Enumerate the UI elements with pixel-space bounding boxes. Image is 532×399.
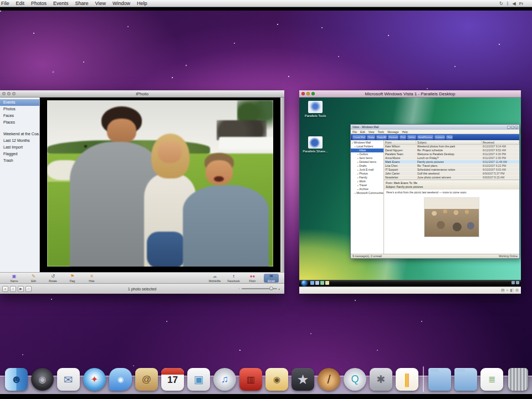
info-button[interactable]: i [10,286,16,292]
mail-folder-microsoft-communities[interactable]: Microsoft Communities [351,191,383,195]
column-header-received[interactable]: Received [482,140,519,144]
mail-toolbar-find[interactable]: Find [446,135,453,140]
mail-toolbar-print[interactable]: Print [400,135,406,140]
dock-finder[interactable]: ☻ [4,367,28,392]
menu-share[interactable]: Share [75,1,89,6]
device-status-icon-2[interactable]: ⌗ [507,288,509,293]
menu-window[interactable]: Window [112,1,130,6]
dock-imovie[interactable]: ★ [291,367,315,392]
mail-row[interactable]: Kate WilsonWeekend photos from the park6… [384,145,519,149]
dock-dashboard[interactable]: ◉ [30,367,54,392]
menu-help[interactable]: Help [137,1,147,6]
device-status-icon-3[interactable]: ◧ [510,288,514,293]
device-status-icon-4[interactable]: ⊞ [515,288,519,293]
quick-launch-icon-2[interactable] [315,281,319,285]
start-orb[interactable] [301,280,307,286]
mail-folder-windows-mail[interactable]: Windows Mail [351,141,383,145]
device-status-icon-1[interactable]: ▤ [501,288,505,293]
mail-folder-sent-items[interactable]: Sent Items [351,156,383,160]
flickr-button[interactable]: ●●Flickr [245,274,260,283]
menu-file[interactable]: File [1,1,9,6]
mail-folder-outbox[interactable]: Outbox [351,152,383,156]
mail-row[interactable]: Parallels TeamWelcome to Parallels Deskt… [384,152,519,156]
dock-trash[interactable] [506,367,530,392]
email-button[interactable]: ✉Email [264,274,279,283]
close-button[interactable] [301,92,305,95]
mail-folder-family[interactable]: Family [351,176,383,180]
dock-safari[interactable]: ✦ [83,367,106,392]
mail-row[interactable]: Anna MooreLunch on Friday?6/11/2007 2:05… [384,156,519,160]
quick-launch-icon-1[interactable] [310,281,314,285]
dock-iphoto[interactable]: ◉ [265,367,289,392]
mail-toolbar-reply[interactable]: Reply [367,135,375,140]
vista-icon-parallels-shared[interactable]: Parallels Share... [303,136,328,154]
zoom-button[interactable] [12,92,16,95]
close-button[interactable] [2,92,6,95]
dock-quicktime[interactable]: Q [343,367,367,392]
dock-itunes[interactable]: ♫ [213,367,237,392]
vista-icon-parallels-tools[interactable]: Parallels Tools [303,101,328,118]
dock-document[interactable]: ≣ [480,367,504,392]
sidebar-item-faces[interactable]: Faces [0,112,39,119]
sidebar-item-last-import[interactable]: Last Import [0,144,39,151]
mail-toolbar-contacts[interactable]: Contacts [434,135,446,140]
rotate-button[interactable]: ↺Rotate [45,274,60,283]
flag-button[interactable]: ⚑Flag [65,274,80,283]
minimize-button[interactable] [306,92,310,95]
mail-toolbar-send-receive[interactable]: Send/Receive [417,135,433,140]
mail-folder-drafts[interactable]: Drafts [351,164,383,168]
mail-menu-tools[interactable]: Tools [377,130,384,134]
dock-address-book[interactable]: @ [135,367,158,392]
dock-folder-documents[interactable] [454,367,478,392]
mail-row[interactable]: Lisa ChenRe: Travel plans6/10/2007 6:22 … [384,164,519,168]
mail-toolbar-reply-all[interactable]: Reply All [376,135,387,140]
mail-row[interactable]: NewsletterJune photo contest winners6/9/… [384,176,519,180]
mail-folder-junk-e-mail[interactable]: Junk E-mail [351,168,383,172]
column-header-subject[interactable]: Subject [416,140,482,144]
mail-menu-edit[interactable]: Edit [360,130,365,134]
dock-parallels[interactable]: ∥ [395,367,419,392]
zoom-slider-track[interactable] [242,288,277,289]
iphoto-title-bar[interactable]: iPhoto [0,90,284,98]
tray-icon-2[interactable] [516,281,519,284]
dock-preview[interactable]: ▣ [187,367,211,392]
dock-ichat[interactable]: ◉ [109,367,132,392]
zoom-button[interactable] [311,92,315,95]
sidebar-item-last-12-months[interactable]: Last 12 Months [0,137,39,144]
parallels-title-bar[interactable]: Microsoft Windows Vista 1 - Parallels De… [299,90,521,98]
menu-events[interactable]: Events [53,1,69,6]
minimize-button[interactable] [7,92,11,95]
maximize-button[interactable]: □ [511,126,514,129]
mail-folder-local-folders[interactable]: Local Folders [351,145,383,149]
dock-system-preferences[interactable]: ✱ [369,367,393,392]
mail-menu-file[interactable]: File [352,130,357,134]
add-button[interactable]: + [2,286,8,292]
mail-folder-deleted-items[interactable]: Deleted Items [351,160,383,164]
mail-menu-help[interactable]: Help [402,130,407,134]
vertical-scrollbar[interactable] [280,98,284,272]
mail-toolbar-delete[interactable]: Delete [407,135,416,140]
mail-folder-photos[interactable]: Photos [351,172,383,176]
mail-row[interactable]: Mark EvansFamily picnic pictures6/11/200… [384,160,519,164]
edit-button[interactable]: ✎Edit [26,274,41,283]
mail-toolbar-forward[interactable]: Forward [388,135,398,140]
mail-toolbar-create-mail[interactable]: Create Mail [352,135,366,140]
hide-button[interactable]: ✕Hide [84,274,99,283]
quick-launch-icon-3[interactable] [320,281,324,285]
mail-title-bar[interactable]: Inbox - Windows Mail –□✕ [351,125,519,130]
menu-view[interactable]: View [95,1,106,6]
menu-edit[interactable]: Edit [16,1,25,6]
zoom-slider[interactable]: ▫ ▪ [239,287,280,291]
mail-row[interactable]: John CarterGolf this weekend6/9/2007 5:3… [384,172,519,176]
sidebar-item-trash[interactable]: Trash [0,157,39,164]
mobileme-button[interactable]: ☁MobileMe [207,274,222,283]
mail-folder-work[interactable]: Work [351,180,383,183]
column-header-from[interactable]: From [384,140,416,144]
dock-ical[interactable]: 17 [161,367,185,392]
sidebar-item-flagged[interactable]: Flagged [0,151,39,157]
sidebar-item-places[interactable]: Places [0,119,39,126]
mail-folder-inbox[interactable]: Inbox [351,149,383,152]
dock-garageband[interactable]: / [317,367,341,392]
volume-menu-icon[interactable]: ◀ [513,1,516,6]
facebook-button[interactable]: fFacebook [226,274,241,283]
